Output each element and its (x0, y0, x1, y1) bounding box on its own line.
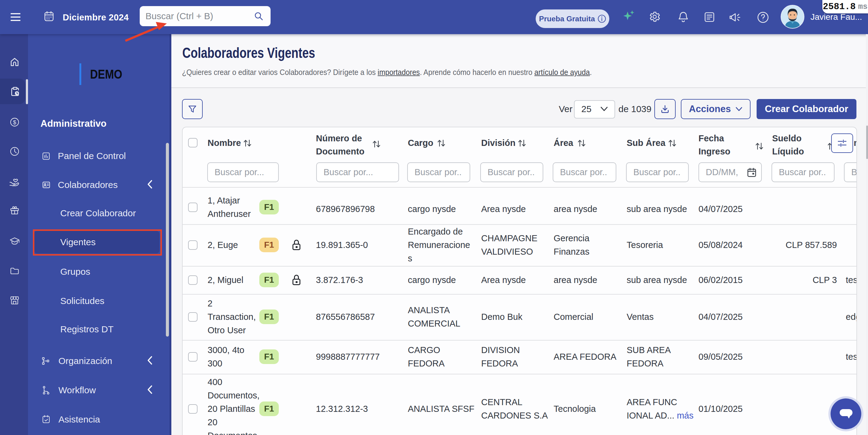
svg-text:$: $ (13, 119, 17, 125)
